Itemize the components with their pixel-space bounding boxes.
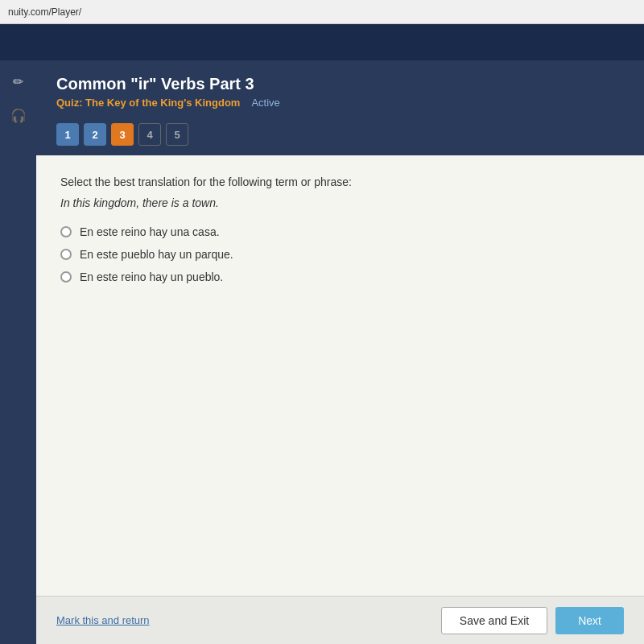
- quiz-header: Common "ir" Verbs Part 3 Quiz: The Key o…: [36, 60, 644, 117]
- answer-option-2[interactable]: En este pueblo hay un parque.: [60, 248, 620, 261]
- footer-buttons: Save and Exit Next: [441, 607, 624, 634]
- content-panel: Common "ir" Verbs Part 3 Quiz: The Key o…: [36, 60, 644, 644]
- quiz-subtitle: Quiz: The Key of the King's Kingdom: [56, 97, 240, 109]
- answer-option-1[interactable]: En este reino hay una casa.: [60, 225, 620, 238]
- next-button[interactable]: Next: [555, 607, 624, 634]
- top-nav: [0, 24, 644, 60]
- quiz-subtitle-row: Quiz: The Key of the King's Kingdom Acti…: [56, 97, 624, 109]
- pencil-icon[interactable]: ✏: [6, 68, 31, 94]
- footer: Mark this and return Save and Exit Next: [36, 596, 644, 644]
- answer-text-3: En este reino hay un pueblo.: [80, 270, 223, 283]
- question-instruction: Select the best translation for the foll…: [60, 175, 620, 188]
- tab-3[interactable]: 3: [111, 123, 134, 146]
- mark-return-link[interactable]: Mark this and return: [56, 614, 150, 626]
- main-area: ✏ 🎧 Common "ir" Verbs Part 3 Quiz: The K…: [0, 60, 644, 644]
- question-area: Select the best translation for the foll…: [36, 155, 644, 596]
- quiz-status-badge: Active: [251, 97, 279, 109]
- tab-5[interactable]: 5: [166, 123, 188, 146]
- app-container: ✏ 🎧 Common "ir" Verbs Part 3 Quiz: The K…: [0, 24, 644, 644]
- headphones-icon[interactable]: 🎧: [6, 102, 31, 128]
- browser-url: nuity.com/Player/: [8, 6, 81, 18]
- tab-1[interactable]: 1: [56, 123, 79, 146]
- save-exit-button[interactable]: Save and Exit: [441, 607, 547, 634]
- tab-2[interactable]: 2: [84, 123, 106, 146]
- tab-4[interactable]: 4: [138, 123, 161, 146]
- radio-3[interactable]: [60, 271, 72, 283]
- quiz-title: Common "ir" Verbs Part 3: [56, 75, 624, 93]
- answer-option-3[interactable]: En este reino hay un pueblo.: [60, 270, 620, 283]
- tabs-row: 1 2 3 4 5: [36, 117, 644, 155]
- radio-2[interactable]: [60, 249, 72, 260]
- radio-1[interactable]: [60, 226, 72, 237]
- browser-bar: nuity.com/Player/: [0, 0, 644, 24]
- question-phrase: In this kingdom, there is a town.: [60, 196, 620, 209]
- answer-text-1: En este reino hay una casa.: [80, 225, 220, 238]
- sidebar: ✏ 🎧: [0, 60, 36, 644]
- answer-text-2: En este pueblo hay un parque.: [80, 248, 233, 261]
